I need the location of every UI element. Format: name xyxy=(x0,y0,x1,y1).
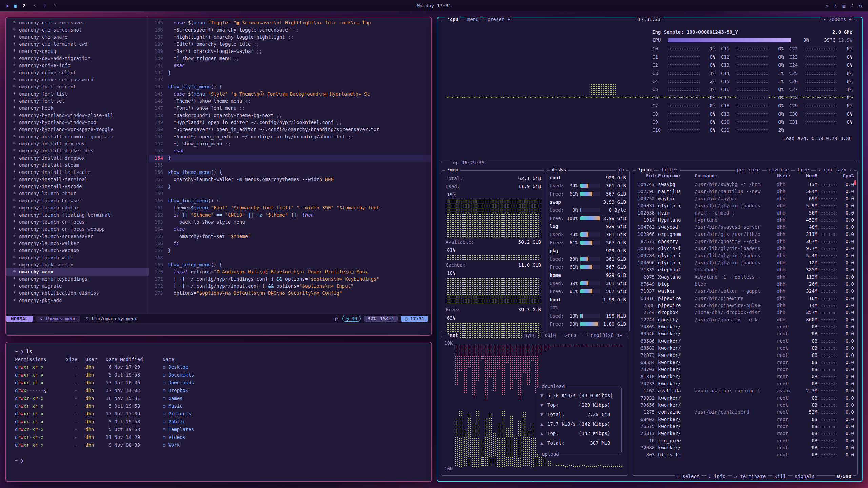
process-row[interactable]: 1914HyprlandHyprlanddhh453M0.0 xyxy=(635,217,854,224)
file-row[interactable]: *omarchy-hook xyxy=(6,105,149,112)
process-row[interactable]: 103684glycin-i/usr/lib/glycin-loadersdhh… xyxy=(635,245,854,252)
file-row[interactable]: *omarchy-install-dropbox xyxy=(6,155,149,162)
file-row[interactable]: *omarchy-pkg-add xyxy=(6,297,149,304)
file-row[interactable]: *omarchy-launch-floating-terminal- xyxy=(6,211,149,219)
file-name[interactable]: ❐Documents xyxy=(163,371,422,379)
process-row[interactable]: 803btrfs-trroot0B0.0 xyxy=(635,451,854,459)
file-name[interactable]: ❐Public xyxy=(163,418,422,426)
file-row[interactable]: *omarchy-cmd-terminal-cwd xyxy=(6,41,149,48)
process-row[interactable]: 79032kworker/root0B0.0 xyxy=(635,394,854,402)
process-row[interactable]: 102796nautilus/usr/bin/nautilus --newdhh… xyxy=(635,188,854,195)
file-row[interactable]: *omarchy-launch-or-focus xyxy=(6,219,149,226)
process-row[interactable]: 63816pipewire/usr/bin/pipewiredhh16M0.0 xyxy=(635,295,854,302)
terminal-window[interactable]: ~ ❯ ls Permissions Size User Date Modifi… xyxy=(5,342,432,482)
workspace-2[interactable]: 2 xyxy=(21,3,27,8)
app-icon[interactable]: ▣ xyxy=(14,3,16,8)
file-name[interactable]: ❐Desktop xyxy=(163,363,422,371)
file-row[interactable]: *omarchy-debug xyxy=(6,48,149,55)
net-interface[interactable]: ᵇ enp191s0 n▸ xyxy=(583,332,624,338)
file-name[interactable]: ❐Music xyxy=(163,402,422,410)
process-row[interactable]: 104696glycin-i/usr/lib/glycin-loadersdhh… xyxy=(635,259,854,266)
info-key[interactable]: ↓ info xyxy=(706,474,728,479)
tree-button[interactable]: tree xyxy=(795,167,811,172)
file-row[interactable]: *omarchy-menu xyxy=(6,268,149,276)
process-row[interactable]: 87573ghostty/usr/bin/ghostty --gtk-dhh36… xyxy=(635,238,854,245)
file-row[interactable]: *omarchy-font-set xyxy=(6,98,149,105)
process-row[interactable]: 2075XwaylandXwayland :1 -rootless -dhh11… xyxy=(635,273,854,281)
command-line[interactable] xyxy=(6,323,431,335)
net-sync-button[interactable]: sync xyxy=(522,332,538,338)
process-row[interactable]: 102638nvimnvim --embed .dhh56M0.0 xyxy=(635,209,854,217)
net-zero-button[interactable]: zero xyxy=(563,332,578,338)
file-row[interactable]: *omarchy-font-list xyxy=(6,90,149,98)
process-row[interactable]: 105031glycin-i/usr/lib/glycin-loadersdhh… xyxy=(635,202,854,209)
file-row[interactable]: *omarchy-drive-info xyxy=(6,62,149,69)
process-row[interactable]: 2144dropbox/home/dhh/.dropbox-distdhh357… xyxy=(635,309,854,316)
io-mode-button[interactable]: io xyxy=(616,167,626,172)
menu-button[interactable]: menu xyxy=(465,17,481,22)
file-row[interactable]: *omarchy-migrate xyxy=(6,283,149,290)
file-pane[interactable]: *omarchy-cmd-screensaver*omarchy-cmd-scr… xyxy=(6,17,149,314)
workspace-4[interactable]: 4 xyxy=(42,3,47,8)
select-key[interactable]: ↑ select xyxy=(675,474,702,479)
file-row[interactable]: *omarchy-launch-wifi xyxy=(6,254,149,261)
process-row[interactable]: 68584kworker/root0B0.0 xyxy=(635,359,854,366)
file-row[interactable]: *omarchy-install-terminal xyxy=(6,176,149,183)
process-row[interactable]: 76313kworker/root0B0.0 xyxy=(635,430,854,437)
file-row[interactable]: *omarchy-menu-keybindings xyxy=(6,276,149,283)
file-row[interactable]: *omarchy-launch-webapp xyxy=(6,247,149,254)
process-row[interactable]: 72088kworker/root0B0.0 xyxy=(635,444,854,451)
process-row[interactable]: 68586kworker/root0B0.0 xyxy=(635,338,854,345)
update-interval[interactable]: - 2000ms + xyxy=(821,17,854,22)
file-name[interactable]: ❐Games xyxy=(163,394,422,402)
process-row[interactable]: 104743swaybg/usr/bin/swaybg -i /homdhh13… xyxy=(635,181,854,188)
file-name[interactable]: ❐Templates xyxy=(163,426,422,433)
preset-button[interactable]: preset ✱ xyxy=(485,17,512,22)
proc-scrollbar-thumb[interactable] xyxy=(854,180,856,185)
file-row[interactable]: *omarchy-hyprland-window-close-all xyxy=(6,112,149,119)
file-row[interactable]: *omarchy-launch-editor xyxy=(6,204,149,211)
file-row[interactable]: *omarchy-launch-or-focus-webapp xyxy=(6,226,149,233)
net-auto-button[interactable]: auto xyxy=(542,332,558,338)
reverse-button[interactable]: reverse xyxy=(767,167,791,172)
process-row[interactable]: 1162avahi-daavahi-daemon: running [avahi… xyxy=(635,387,854,394)
code-pane[interactable]: 135 case $(menu "Toggle" "▣ Screensaver\… xyxy=(149,17,431,314)
process-row[interactable]: 74733kworker/root0B0.0 xyxy=(635,380,854,387)
network-icon[interactable]: ⇅ xyxy=(826,3,829,8)
process-row[interactable]: 1275containe/usr/bin/containerdroot53M0.… xyxy=(635,409,854,416)
process-row[interactable]: 68402kworker/root0B0.0 xyxy=(635,416,854,423)
file-name[interactable]: ❐Downloads xyxy=(163,379,422,387)
file-row[interactable]: *omarchy-hyprland-workspace-toggle xyxy=(6,126,149,133)
process-row[interactable]: 72073kworker/root0B0.0 xyxy=(635,352,854,359)
kill-key[interactable]: Kill xyxy=(772,474,788,479)
file-row[interactable]: *omarchy-dev-add-migration xyxy=(6,55,149,62)
per-core-button[interactable]: per-core xyxy=(735,167,762,172)
workspace-3[interactable]: 3 xyxy=(32,3,37,8)
keyboard-icon[interactable]: ▥ xyxy=(843,3,845,8)
file-name[interactable]: ❐Videos xyxy=(163,433,422,441)
process-row[interactable]: 74869kworker/root0B0.0 xyxy=(635,323,854,330)
file-row[interactable]: *omarchy-launch-about xyxy=(6,190,149,197)
file-row[interactable]: *omarchy-lock-screen xyxy=(6,261,149,268)
process-row[interactable]: 71835elephantelephantdhh385M0.0 xyxy=(635,266,854,273)
file-row[interactable]: *omarchy-install-chromium-google-a xyxy=(6,133,149,140)
file-row[interactable]: *omarchy-launch-walker xyxy=(6,240,149,247)
process-row[interactable]: 73703kworker/root0B0.0 xyxy=(635,366,854,373)
file-row[interactable]: *omarchy-cmd-screenshot xyxy=(6,26,149,34)
process-row[interactable]: 104762swayosd-/usr/bin/swayosd-serverdhh… xyxy=(635,224,854,231)
process-row[interactable]: 12244ghostty/usr/bin/ghostty --gtk-dhh86… xyxy=(635,316,854,323)
file-row[interactable]: *omarchy-drive-select xyxy=(6,69,149,76)
bluetooth-icon[interactable]: ᛒ xyxy=(834,3,837,8)
file-row[interactable]: *omarchy-cmd-screensaver xyxy=(6,19,149,26)
process-row[interactable]: 76575kworker/root0B0.0 xyxy=(635,423,854,430)
file-row[interactable]: *omarchy-install-docker-dbs xyxy=(6,147,149,155)
prompt-line-2[interactable]: ~ ❯ xyxy=(15,457,422,465)
signals-key[interactable]: signals xyxy=(793,474,817,479)
file-name[interactable]: ❐Pictures xyxy=(163,410,422,418)
file-row[interactable]: *omarchy-notification-dismiss xyxy=(6,290,149,297)
process-row[interactable]: 81310kworker/root0B0.0 xyxy=(635,373,854,380)
file-name[interactable]: ❐Work xyxy=(163,441,422,449)
filter-button[interactable]: filter xyxy=(659,167,680,172)
power-icon[interactable]: ⊙ xyxy=(859,3,862,8)
file-row[interactable]: *omarchy-cmd-share xyxy=(6,34,149,41)
